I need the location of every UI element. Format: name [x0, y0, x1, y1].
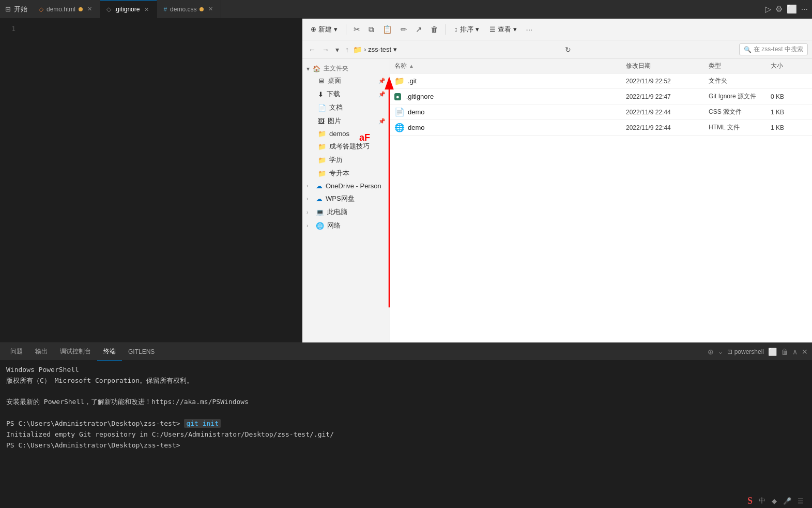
tab-gitignore-close[interactable]: ✕ [143, 6, 150, 13]
file-list-header: 名称 ▲ 修改日期 类型 大小 [390, 59, 812, 73]
toolbar-sep-1 [346, 24, 346, 35]
tab-css-icon: # [163, 6, 167, 13]
tab-modified-dot [79, 7, 83, 11]
git-folder-icon: 📁 [394, 76, 405, 86]
view-button[interactable]: ☰ 查看 ▾ [485, 23, 521, 36]
editor-content: 1 [0, 19, 302, 342]
path-separator: › [364, 46, 366, 53]
nav-item-docs[interactable]: 📄 文档 [302, 101, 390, 114]
col-type[interactable]: 类型 [704, 62, 767, 70]
nav-item-edu[interactable]: 📁 学历 [302, 153, 390, 167]
split-terminal-btn[interactable]: ⌄ [718, 348, 723, 355]
nav-item-network[interactable]: › 🌐 网络 [302, 219, 390, 232]
up-button[interactable]: ↑ [343, 44, 351, 55]
cut-button[interactable]: ✂ [350, 23, 363, 36]
nav-item-exam[interactable]: 📁 成考答题技巧 [302, 140, 390, 153]
rename-button[interactable]: ✏ [397, 23, 410, 36]
forward-button[interactable]: → [320, 44, 331, 55]
path-search[interactable]: 🔍 在 zss-test 中搜索 [739, 43, 808, 55]
file-row-demo-html[interactable]: 🌐 demo 2022/11/9 22:44 HTML 文件 1 KB [390, 120, 812, 136]
demos-folder-icon: 📁 [318, 130, 326, 138]
terminal-collapse-btn[interactable]: ∧ [792, 348, 798, 356]
terminal-split-btn[interactable]: ⬜ [768, 348, 777, 356]
terminal-line-5 [6, 408, 806, 419]
tab-terminal[interactable]: 终端 [97, 343, 122, 361]
windows-icon: ⊞ [5, 5, 11, 13]
copy-button[interactable]: ⧉ [365, 23, 377, 36]
main-area: 1 ⊕ 新建 ▾ ✂ ⧉ 📋 ✏ ↗ 🗑 ↕ 排序 ▾ [0, 19, 812, 342]
home-expand-icon: ▾ [307, 65, 310, 72]
paste-button[interactable]: 📋 [379, 23, 395, 36]
nav-item-desktop[interactable]: 🖥 桌面 📌 [302, 74, 390, 87]
refresh-button[interactable]: ↻ [563, 44, 573, 55]
tab-close-btn[interactable]: ✕ [86, 5, 94, 13]
network-expand: › [307, 223, 313, 229]
nav-item-onedrive[interactable]: › ☁ OneDrive - Person [302, 180, 390, 192]
nav-section-home: ▾ 🏠 主文件夹 [302, 61, 390, 74]
status-diamond: ◆ [772, 497, 777, 505]
tab-output[interactable]: 输出 [29, 343, 54, 361]
line-numbers: 1 [0, 19, 21, 342]
terminal-trash-btn[interactable]: 🗑 [781, 348, 788, 356]
wps-expand: › [307, 196, 313, 202]
tab-demo-css[interactable]: # demo.css ✕ [157, 0, 221, 19]
terminal-line-2: 版权所有（C） Microsoft Corporation。保留所有权利。 [6, 376, 806, 386]
status-mic: 🎤 [783, 497, 791, 505]
file-row-git[interactable]: 📁 .git 2022/11/9 22:52 文件夹 [390, 73, 812, 89]
delete-button[interactable]: 🗑 [427, 23, 441, 36]
path-dropdown[interactable]: ▾ [393, 46, 397, 53]
tab-gitignore-icon: ◇ [106, 6, 111, 13]
col-name[interactable]: 名称 ▲ [394, 62, 622, 70]
start-tab[interactable]: ⊞ 开始 [0, 5, 33, 14]
view-chevron: ▾ [513, 25, 517, 33]
tab-demo-html[interactable]: ◇ demo.html ✕ [33, 0, 100, 19]
more-icon[interactable]: ··· [801, 5, 808, 14]
file-row-gitignore[interactable]: ● .gitignore 2022/11/9 22:47 Git Ignore … [390, 89, 812, 104]
back-button[interactable]: ← [307, 44, 318, 55]
nav-item-wps[interactable]: › ☁ WPS网盘 [302, 192, 390, 205]
network-icon: 🌐 [316, 222, 324, 230]
sort-button[interactable]: ↕ 排序 ▾ [450, 23, 483, 36]
more-options-button[interactable]: ··· [523, 23, 536, 36]
new-button[interactable]: ⊕ 新建 ▾ [307, 23, 342, 36]
nav-item-pictures[interactable]: 🖼 图片 📌 [302, 114, 390, 128]
layout-icon[interactable]: ⬜ [787, 4, 797, 14]
recent-button[interactable]: ▾ [333, 44, 341, 55]
tab-css-close-btn[interactable]: ✕ [207, 5, 215, 13]
tab-css-modified-dot [200, 7, 204, 11]
powershell-label: ⊡ powershell [727, 348, 764, 355]
start-label: 开始 [14, 5, 27, 14]
download-pin-icon: 📌 [378, 91, 386, 98]
terminal-line-8: PS C:\Users\Administrator\Desktop\zss-te… [6, 440, 806, 451]
tab-gitignore[interactable]: ◇ .gitignore ✕ [100, 0, 157, 19]
nav-item-mypc[interactable]: › 💻 此电脑 [302, 205, 390, 219]
file-row-demo-css[interactable]: 📄 demo 2022/11/9 22:44 CSS 源文件 1 KB [390, 104, 812, 120]
col-date[interactable]: 修改日期 [622, 62, 704, 70]
status-logo-s: S [747, 496, 753, 506]
tab-debug-console[interactable]: 调试控制台 [54, 343, 97, 361]
explorer-body: ▾ 🏠 主文件夹 🖥 桌面 📌 ⬇ 下载 📌 [302, 59, 812, 342]
nav-item-demos[interactable]: 📁 demos [302, 128, 390, 140]
onedrive-icon: ☁ [316, 182, 323, 190]
run-icon[interactable]: ▷ [765, 4, 771, 14]
code-area[interactable] [21, 19, 302, 342]
status-lang: 中 [759, 496, 765, 505]
upgrade-folder-icon: 📁 [318, 170, 326, 177]
tab-problems[interactable]: 问题 [4, 343, 29, 361]
tab-bar: ⊞ 开始 ◇ demo.html ✕ ◇ .gitignore ✕ # demo… [0, 0, 812, 19]
mypc-expand: › [307, 210, 313, 215]
tab-html-icon: ◇ [39, 6, 43, 13]
tab-gitlens[interactable]: GITLENS [122, 343, 161, 361]
terminal-content[interactable]: Windows PowerShell 版权所有（C） Microsoft Cor… [0, 361, 812, 494]
status-menu: ☰ [798, 497, 804, 505]
col-size[interactable]: 大小 [767, 62, 808, 70]
debug-icon[interactable]: ⚙ [775, 4, 783, 14]
share-button[interactable]: ↗ [412, 23, 425, 36]
add-terminal-btn[interactable]: ⊕ [708, 348, 714, 356]
terminal-close-btn[interactable]: ✕ [802, 348, 808, 356]
bottom-tab-actions: ⊕ ⌄ ⊡ powershell ⬜ 🗑 ∧ ✕ [708, 348, 808, 356]
editor-panel: 1 [0, 19, 302, 342]
nav-item-download[interactable]: ⬇ 下载 📌 [302, 87, 390, 101]
nav-item-upgrade[interactable]: 📁 专升本 [302, 167, 390, 180]
gitignore-icon: ● [394, 93, 401, 100]
